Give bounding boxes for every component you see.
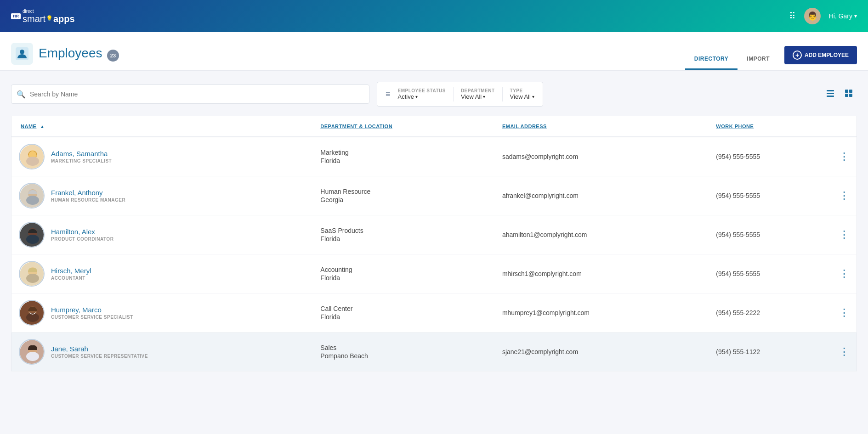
svg-point-16 — [26, 196, 39, 205]
employee-name-cell: Humprey, Marco CUSTOMER SERVICE SPECIALI… — [11, 293, 313, 333]
employee-phone-cell: (954) 555-1122 — [709, 333, 832, 372]
employee-action-menu[interactable]: ⋮ — [839, 151, 849, 163]
employee-name-cell: Hirsch, Meryl ACCOUNTANT — [11, 254, 313, 293]
employee-action-menu[interactable]: ⋮ — [839, 346, 849, 358]
location-name: Florida — [320, 157, 488, 164]
employee-email-cell: sjane21@complyright.com — [495, 333, 709, 372]
col-email[interactable]: EMAIL ADDRESS — [495, 116, 709, 137]
employee-actions-cell: ⋮ — [832, 215, 857, 254]
employee-email[interactable]: afrankel@complyright.com — [502, 192, 579, 199]
employee-dept-cell: Call Center Florida — [313, 293, 495, 333]
employee-phone: (954) 555-5555 — [716, 192, 760, 199]
col-actions — [832, 116, 857, 137]
employee-avatar[interactable] — [19, 183, 45, 209]
dept-name: Accounting — [320, 266, 488, 273]
table-row: Hamilton, Alex PRODUCT COORDINATOR SaaS … — [11, 215, 857, 254]
employee-actions-cell: ⋮ — [832, 254, 857, 293]
filter-bar: 🔍 ≡ EMPLOYEE STATUS Active ▾ DEPARTMENT … — [11, 82, 857, 107]
hr-badge: HR — [11, 13, 21, 19]
location-name: Georgia — [320, 196, 488, 203]
employee-avatar[interactable] — [19, 261, 45, 287]
type-select[interactable]: View All ▾ — [510, 93, 534, 100]
employee-phone-cell: (954) 555-5555 — [709, 254, 832, 293]
add-employee-label: ADD EMPLOYEE — [805, 52, 849, 58]
bulb-icon: 💡 — [46, 16, 53, 22]
employee-email[interactable]: sadams@complyright.com — [502, 153, 578, 160]
search-input[interactable] — [11, 85, 369, 104]
col-dept-label: DEPARTMENT & LOCATION — [320, 124, 392, 129]
user-greeting[interactable]: Hi, Gary ▾ — [829, 12, 857, 20]
employee-phone: (954) 555-5555 — [716, 270, 760, 277]
employee-action-menu[interactable]: ⋮ — [839, 190, 849, 202]
svg-rect-7 — [845, 94, 848, 97]
location-name: Florida — [320, 235, 488, 242]
table-row: Humprey, Marco CUSTOMER SERVICE SPECIALI… — [11, 293, 857, 333]
employee-email-cell: afrankel@complyright.com — [495, 176, 709, 215]
type-label: TYPE — [510, 88, 534, 93]
svg-rect-4 — [827, 96, 834, 97]
employee-name[interactable]: Hamilton, Alex — [51, 228, 113, 236]
svg-rect-5 — [845, 90, 848, 93]
col-name-label: NAME — [21, 124, 36, 129]
plus-circle-icon: + — [793, 51, 802, 60]
employee-name[interactable]: Hirsch, Meryl — [51, 267, 91, 275]
location-name: Pompano Beach — [320, 352, 488, 360]
search-icon: 🔍 — [17, 90, 26, 99]
dept-name: Call Center — [320, 305, 488, 312]
employees-page-icon — [11, 43, 33, 65]
col-phone-label: WORK PHONE — [716, 124, 754, 129]
employee-email[interactable]: sjane21@complyright.com — [502, 348, 578, 355]
dept-name: Human Resource — [320, 188, 488, 195]
logo-smart-text: smart — [23, 14, 45, 24]
employee-avatar[interactable] — [19, 222, 45, 248]
employee-email-cell: mhirsch1@complyright.com — [495, 254, 709, 293]
view-toggles — [822, 86, 857, 103]
employee-phone-cell: (954) 555-5555 — [709, 137, 832, 176]
table-row: Frankel, Anthony HUMAN RESOURCE MANAGER … — [11, 176, 857, 215]
directory-nav-btn[interactable]: DIRECTORY — [685, 49, 738, 70]
employee-email[interactable]: mhirsch1@complyright.com — [502, 270, 582, 277]
list-view-toggle[interactable] — [822, 86, 839, 103]
employee-action-menu[interactable]: ⋮ — [839, 307, 849, 319]
employee-title: PRODUCT COORDINATOR — [51, 237, 113, 242]
department-select[interactable]: View All ▾ — [461, 93, 495, 100]
employee-avatar[interactable] — [19, 144, 45, 169]
app-grid-icon[interactable]: ⠿ — [789, 11, 796, 22]
import-nav-btn[interactable]: IMPORT — [738, 49, 779, 70]
grid-view-toggle[interactable] — [840, 86, 857, 103]
page-title-area: Employees 23 — [11, 43, 119, 65]
dept-name: Marketing — [320, 149, 488, 156]
logo: HR direct smart 💡 apps — [11, 9, 75, 24]
sub-header-nav: DIRECTORY IMPORT + ADD EMPLOYEE — [685, 38, 857, 70]
sort-icon: ▲ — [40, 124, 45, 129]
employee-phone-cell: (954) 555-5555 — [709, 215, 832, 254]
page-title: Employees 23 — [39, 46, 119, 62]
employee-action-menu[interactable]: ⋮ — [839, 268, 849, 280]
svg-point-1 — [20, 50, 24, 54]
add-employee-button[interactable]: + ADD EMPLOYEE — [784, 46, 857, 64]
employee-email[interactable]: mhumprey1@complyright.com — [502, 309, 590, 316]
col-phone[interactable]: WORK PHONE — [709, 116, 832, 137]
employee-action-menu[interactable]: ⋮ — [839, 229, 849, 241]
dept-name: Sales — [320, 344, 488, 351]
employee-phone: (954) 555-1122 — [716, 348, 760, 355]
employee-avatar[interactable] — [19, 339, 45, 365]
svg-point-22 — [26, 274, 39, 283]
employee-name[interactable]: Jane, Sarah — [51, 345, 148, 353]
employee-name[interactable]: Frankel, Anthony — [51, 189, 125, 197]
col-name[interactable]: NAME ▲ — [11, 116, 313, 137]
employee-name[interactable]: Humprey, Marco — [51, 306, 133, 314]
employee-actions-cell: ⋮ — [832, 293, 857, 333]
logo-direct-text: direct — [23, 9, 75, 14]
employee-email[interactable]: ahamilton1@complyright.com — [502, 231, 587, 238]
employee-name[interactable]: Adams, Samantha — [51, 150, 112, 158]
user-avatar: 👨 — [804, 8, 821, 24]
employee-status-select[interactable]: Active ▾ — [398, 93, 446, 100]
dept-name: SaaS Products — [320, 227, 488, 234]
employee-phone: (954) 555-2222 — [716, 309, 760, 316]
employee-avatar[interactable] — [19, 300, 45, 326]
employee-phone-cell: (954) 555-5555 — [709, 176, 832, 215]
filter-sep-1 — [453, 87, 454, 101]
employee-actions-cell: ⋮ — [832, 137, 857, 176]
col-dept-location[interactable]: DEPARTMENT & LOCATION — [313, 116, 495, 137]
